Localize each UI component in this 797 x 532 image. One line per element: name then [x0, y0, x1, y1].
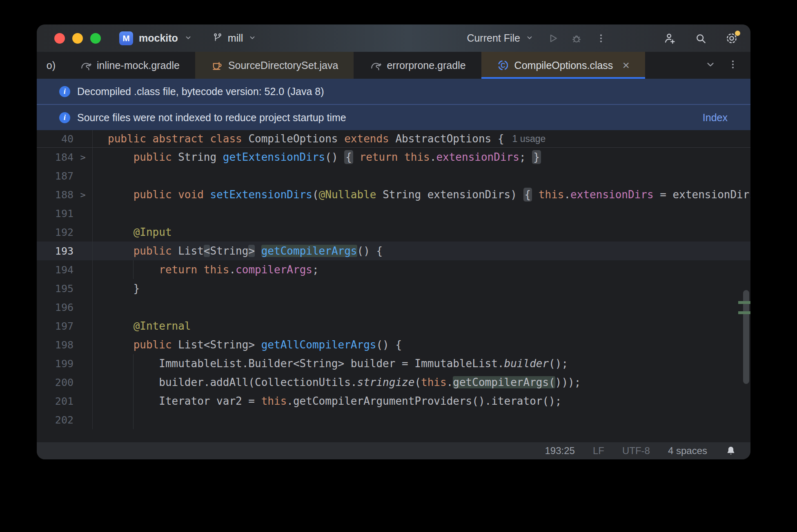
- search-everywhere-icon[interactable]: [692, 30, 709, 47]
- chevron-down-icon: [525, 33, 534, 44]
- code-text[interactable]: builder.addAll(CollectionUtils.stringize…: [92, 373, 581, 392]
- line-number: 187: [37, 170, 73, 182]
- code-text[interactable]: public String getExtensionDirs() { retur…: [92, 148, 541, 166]
- code-text[interactable]: return this.compilerArgs;: [92, 260, 319, 279]
- code-token: extensionDirs: [436, 151, 519, 163]
- code-text[interactable]: [92, 410, 108, 429]
- code-text[interactable]: @Input: [92, 223, 172, 242]
- code-token: builder: [504, 357, 549, 370]
- tab-o[interactable]: o): [37, 52, 64, 79]
- code-token: public: [134, 245, 178, 257]
- class-file-icon: C: [497, 59, 509, 71]
- tab-bar-actions: [705, 52, 750, 79]
- tab-compileoptions-class[interactable]: CCompileOptions.class×: [481, 52, 645, 79]
- maximize-window-button[interactable]: [90, 33, 101, 44]
- code-text[interactable]: [92, 166, 108, 185]
- code-token: [108, 226, 134, 238]
- settings-gear-icon[interactable]: [724, 30, 740, 47]
- code-line-193[interactable]: 193 public List<String> getCompilerArgs(…: [37, 242, 750, 260]
- code-token: this: [421, 376, 447, 388]
- java-file-icon: [211, 59, 223, 71]
- code-line-196[interactable]: 196: [37, 298, 750, 317]
- gradle-file-icon: [79, 59, 91, 71]
- code-text[interactable]: }: [92, 279, 140, 298]
- code-token: [108, 188, 134, 201]
- code-text[interactable]: Iterator var2 = this.getCompilerArgument…: [92, 392, 561, 410]
- run-icon[interactable]: [545, 30, 561, 47]
- code-text[interactable]: ImmutableList.Builder<String> builder = …: [92, 354, 568, 373]
- settings-notification-dot: [735, 31, 740, 36]
- fold-arrow-icon[interactable]: >: [73, 190, 92, 200]
- code-line-191[interactable]: 191: [37, 204, 750, 223]
- project-widget[interactable]: M mockito: [119, 31, 193, 45]
- more-actions-icon[interactable]: [593, 30, 609, 47]
- code-line-195[interactable]: 195 }: [37, 279, 750, 298]
- notifications-bell-icon[interactable]: [725, 445, 737, 457]
- vcs-branch-widget[interactable]: mill: [212, 32, 257, 44]
- line-separator-widget[interactable]: LF: [593, 445, 604, 457]
- tab-sourcedirectoryset-java[interactable]: SourceDirectorySet.java: [195, 52, 354, 79]
- tab-errorprone-gradle[interactable]: errorprone.gradle: [354, 52, 481, 79]
- code-line-199[interactable]: 199 ImmutableList.Builder<String> builde…: [37, 354, 750, 373]
- code-token: @Nullable: [319, 188, 376, 201]
- code-token: Iterator var2 =: [108, 395, 261, 407]
- code-token: public: [134, 188, 178, 201]
- code-token: ImmutableList.Builder<String> builder = …: [108, 357, 504, 370]
- branch-name: mill: [228, 32, 243, 44]
- code-with-me-icon[interactable]: [661, 30, 678, 47]
- sticky-line-number: 40: [37, 133, 73, 145]
- code-token: .: [430, 151, 436, 163]
- tab-inline-mock-gradle[interactable]: inline-mock.gradle: [64, 52, 195, 79]
- code-text[interactable]: [92, 298, 108, 317]
- project-icon: M: [119, 31, 133, 45]
- sticky-code-text: public abstract class CompileOptions ext…: [92, 130, 545, 147]
- line-number: 191: [37, 208, 73, 219]
- tab-options-kebab-icon[interactable]: [728, 59, 738, 71]
- line-number: 196: [37, 301, 73, 313]
- code-text[interactable]: public List<String> getCompilerArgs() {: [92, 242, 383, 260]
- usage-count-hint[interactable]: 1 usage: [512, 133, 546, 144]
- ide-window: M mockito mill Cu: [37, 24, 750, 459]
- close-icon[interactable]: ×: [622, 59, 630, 71]
- code-line-184[interactable]: 184> public String getExtensionDirs() { …: [37, 148, 750, 166]
- run-configuration-selector[interactable]: Current File: [467, 32, 534, 44]
- code-line-198[interactable]: 198 public List<String> getAllCompilerAr…: [37, 335, 750, 354]
- code-token: .getCompilerArgumentProviders().iterator…: [287, 395, 561, 407]
- caret-position-widget[interactable]: 193:25: [545, 445, 575, 457]
- encoding-widget[interactable]: UTF-8: [622, 445, 650, 457]
- code-line-202[interactable]: 202: [37, 410, 750, 429]
- code-text[interactable]: @Internal: [92, 317, 191, 335]
- hidden-tabs-chevron-icon[interactable]: [705, 59, 716, 72]
- code-line-200[interactable]: 200 builder.addAll(CollectionUtils.strin…: [37, 373, 750, 392]
- code-text[interactable]: [92, 204, 108, 223]
- code-text[interactable]: public List<String> getAllCompilerArgs()…: [92, 335, 402, 354]
- project-name: mockito: [139, 32, 178, 44]
- sticky-header-line[interactable]: 40 public abstract class CompileOptions …: [37, 130, 750, 148]
- close-window-button[interactable]: [54, 33, 65, 44]
- code-token: [108, 320, 134, 332]
- code-token: <: [204, 245, 210, 257]
- index-link[interactable]: Index: [703, 112, 728, 124]
- editor-scrollbar-thumb[interactable]: [743, 290, 749, 384]
- svg-text:C: C: [501, 62, 505, 69]
- editor[interactable]: 184> public String getExtensionDirs() { …: [37, 148, 750, 442]
- analyzer-mark[interactable]: [738, 311, 750, 314]
- code-line-192[interactable]: 192 @Input: [37, 223, 750, 242]
- code-token: getAllCompilerArgs: [261, 339, 376, 351]
- code-token: >: [248, 245, 255, 257]
- code-line-201[interactable]: 201 Iterator var2 = this.getCompilerArgu…: [37, 392, 750, 410]
- code-token: [353, 151, 360, 163]
- line-number: 184: [37, 151, 73, 163]
- code-line-197[interactable]: 197 @Internal: [37, 317, 750, 335]
- minimize-window-button[interactable]: [72, 33, 83, 44]
- indent-widget[interactable]: 4 spaces: [668, 445, 707, 457]
- code-text[interactable]: public void setExtensionDirs(@Nullable S…: [92, 185, 750, 204]
- code-line-187[interactable]: 187: [37, 166, 750, 185]
- code-token: .: [229, 264, 236, 276]
- code-token: String: [210, 245, 248, 257]
- code-line-188[interactable]: 188> public void setExtensionDirs(@Nulla…: [37, 185, 750, 204]
- debug-icon[interactable]: [568, 30, 585, 47]
- analyzer-mark[interactable]: [738, 301, 750, 304]
- code-line-194[interactable]: 194 return this.compilerArgs;: [37, 260, 750, 279]
- fold-arrow-icon[interactable]: >: [73, 152, 92, 162]
